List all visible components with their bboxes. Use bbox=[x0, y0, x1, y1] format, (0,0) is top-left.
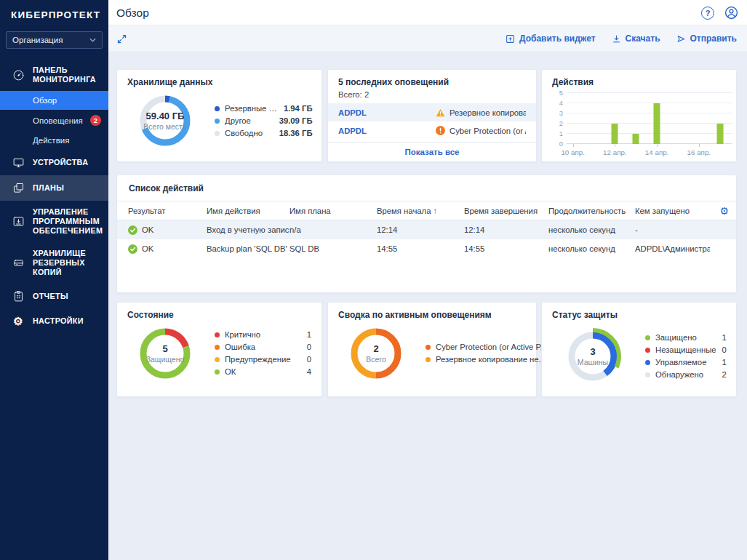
download-icon bbox=[612, 34, 621, 44]
column-header-finish-time[interactable]: Время завершения bbox=[464, 207, 548, 215]
alert-row[interactable]: ADPDLCyber Protection (or Active ... bbox=[328, 121, 536, 140]
legend-item: Ошибка0 bbox=[215, 341, 311, 353]
sidebar-menu: ПАНЕЛЬ МОНИТОРИНГАОбзорОповещения2Действ… bbox=[0, 59, 108, 333]
legend-label: Cyber Protection (or Active P... bbox=[436, 341, 547, 353]
column-header-started-by[interactable]: Кем запущено bbox=[635, 207, 710, 215]
storage-body: 59.40 ГБ Всего места Резервные копии1.94… bbox=[117, 87, 321, 151]
legend-label: Управляемое bbox=[655, 356, 716, 369]
cell-result: OK bbox=[128, 244, 207, 254]
monitor-icon bbox=[10, 156, 26, 169]
x-axis-label: 12 апр. bbox=[603, 148, 627, 156]
alert-message: Cyber Protection (or Active ... bbox=[436, 126, 526, 135]
help-icon[interactable]: ? bbox=[701, 7, 714, 20]
legend-item: Управляемое1 bbox=[645, 356, 727, 369]
alert-device-link[interactable]: ADPDL bbox=[338, 108, 436, 117]
organization-selector[interactable]: Организация bbox=[6, 31, 103, 49]
bar-value-2 bbox=[612, 124, 618, 144]
state-count-label: Защищено bbox=[146, 355, 185, 364]
legend-value: 1 bbox=[722, 356, 727, 369]
legend-label: ОК bbox=[225, 366, 301, 378]
table-row[interactable]: OKВход в учетную запись "...n/a12:1412:1… bbox=[117, 220, 736, 239]
x-axis-label: 14 апр. bbox=[645, 148, 669, 156]
sidebar-subitem-label: Оповещения bbox=[33, 116, 83, 125]
alert-row[interactable]: ADPDLРезервное копирование н... bbox=[328, 103, 536, 121]
widget-alerts-title: 5 последних оповещений bbox=[328, 70, 536, 87]
top-bar: Обзор ? bbox=[108, 0, 747, 25]
column-header-plan-name[interactable]: Имя плана bbox=[289, 207, 377, 215]
show-all-link[interactable]: Показать все bbox=[328, 142, 536, 161]
gridline bbox=[567, 123, 732, 124]
add-widget-button[interactable]: Добавить виджет bbox=[506, 33, 596, 44]
sidebar-item-alerts[interactable]: Оповещения2 bbox=[0, 110, 108, 131]
column-header-start-time[interactable]: Время начала↑ bbox=[377, 207, 464, 215]
sidebar-item-label: ОТЧЕТЫ bbox=[33, 292, 68, 301]
cell-duration: несколько секунд bbox=[548, 225, 635, 234]
cell-plan-name: SQL DB bbox=[289, 244, 377, 253]
cell-start-time: 14:55 bbox=[377, 244, 464, 253]
y-axis-label: 3 bbox=[551, 109, 563, 117]
expand-dashboard-button[interactable] bbox=[116, 33, 127, 44]
table-body: OKВход в учетную запись "...n/a12:1412:1… bbox=[117, 220, 736, 258]
column-header-duration[interactable]: Продолжительность bbox=[548, 207, 635, 215]
legend-label: Ошибка bbox=[225, 341, 301, 353]
widget-summary-title: Сводка по активным оповещениям bbox=[328, 303, 536, 320]
widget-activities-chart: Действия 01234510 апр.12 апр.14 апр.16 а… bbox=[541, 69, 737, 162]
legend-label: Обнаружено bbox=[655, 369, 716, 381]
alert-message: Резервное копирование н... bbox=[436, 108, 526, 117]
y-axis-label: 5 bbox=[551, 89, 563, 97]
main-area: Обзор ? Добавить виджет Скачать bbox=[108, 0, 747, 560]
cell-finish-time: 12:14 bbox=[464, 225, 548, 234]
sidebar-item-backup-storage[interactable]: ХРАНИЛИЩЕ РЕЗЕРВНЫХ КОПИЙ bbox=[0, 242, 108, 284]
state-count: 5 bbox=[162, 343, 167, 354]
sidebar-item-settings[interactable]: ⚙НАСТРОЙКИ bbox=[0, 309, 108, 333]
column-header-result[interactable]: Результат bbox=[128, 207, 207, 215]
bar-value-2 bbox=[716, 124, 723, 144]
legend-color-dot bbox=[215, 119, 220, 124]
sidebar-item-panel-monitoring[interactable]: ПАНЕЛЬ МОНИТОРИНГА bbox=[0, 59, 108, 91]
alert-device-link[interactable]: ADPDL bbox=[338, 127, 436, 135]
y-axis-label: 4 bbox=[551, 99, 563, 107]
sidebar-item-label: ПАНЕЛЬ МОНИТОРИНГА bbox=[33, 65, 101, 84]
legend-color-dot bbox=[215, 332, 220, 337]
cell-duration: несколько секунд bbox=[548, 244, 635, 253]
sort-ascending-icon: ↑ bbox=[433, 207, 437, 215]
legend-item: Предупреждение0 bbox=[215, 353, 311, 366]
summary-count: 2 bbox=[373, 343, 378, 354]
account-icon[interactable] bbox=[724, 6, 738, 20]
download-button[interactable]: Скачать bbox=[612, 33, 660, 44]
sidebar-item-reports[interactable]: ОТЧЕТЫ bbox=[0, 284, 108, 309]
summary-body: 2 Всего Cyber Protection (or Active P...… bbox=[328, 320, 536, 384]
x-axis-label: 16 апр. bbox=[687, 148, 711, 156]
legend-item: Критично1 bbox=[215, 329, 311, 341]
column-header-activity-name[interactable]: Имя действия bbox=[207, 207, 289, 215]
legend-item: Другое39.09 ГБ bbox=[215, 115, 313, 127]
alert-message-text: Резервное копирование н... bbox=[450, 108, 526, 117]
protection-count-label: Машины bbox=[578, 358, 608, 367]
widget-latest-alerts: 5 последних оповещений Всего: 2 ADPDLРез… bbox=[327, 69, 537, 162]
sidebar-item-devices[interactable]: УСТРОЙСТВА bbox=[0, 150, 108, 175]
state-donut-center: 5 Защищено bbox=[135, 323, 196, 384]
sidebar-item-software-management[interactable]: УПРАВЛЕНИЕ ПРОГРАММНЫМ ОБЕСПЕЧЕНИЕМ bbox=[0, 201, 108, 242]
add-widget-icon bbox=[506, 34, 515, 44]
send-button[interactable]: Отправить bbox=[676, 33, 737, 44]
table-row[interactable]: OKBackup plan 'SQL DB'SQL DB14:5514:55не… bbox=[117, 239, 736, 258]
table-settings-icon[interactable]: ⚙ bbox=[710, 206, 729, 216]
widget-state-title: Состояние bbox=[117, 303, 321, 320]
sidebar-item-overview[interactable]: Обзор bbox=[0, 91, 108, 110]
legend-label: Резервное копирование не... bbox=[436, 353, 547, 366]
alerts-total: Всего: 2 bbox=[328, 87, 536, 103]
sidebar-item-plans[interactable]: ПЛАНЫ bbox=[0, 175, 108, 201]
widget-protection-title: Статус защиты bbox=[542, 303, 736, 320]
chevron-down-icon bbox=[89, 38, 96, 42]
gridline bbox=[567, 113, 732, 113]
cell-result: OK bbox=[128, 225, 207, 235]
brand-logo: КИБЕРПРОТЕКТ bbox=[0, 0, 108, 20]
legend-value: 2 bbox=[722, 369, 727, 381]
y-axis-label: 2 bbox=[551, 119, 563, 127]
sidebar-item-activities[interactable]: Действия bbox=[0, 131, 108, 150]
sidebar-subitem-label: Действия bbox=[33, 136, 69, 145]
result-label: OK bbox=[142, 225, 153, 234]
legend-value: 39.09 ГБ bbox=[279, 115, 313, 127]
software-management-icon bbox=[10, 215, 26, 228]
legend-value: 1 bbox=[307, 329, 311, 341]
